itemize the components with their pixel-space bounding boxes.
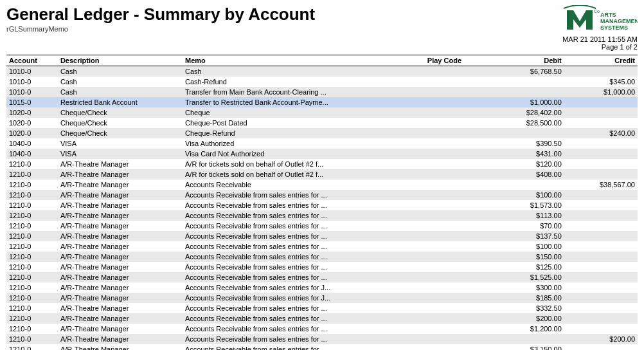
cell-debit: $1,200.00	[491, 324, 564, 334]
cell-account: 1020-0	[6, 128, 58, 138]
cell-debit: $6,768.50	[491, 66, 564, 77]
cell-credit	[564, 149, 638, 159]
cell-play-code	[425, 107, 491, 118]
cell-credit: $200.00	[564, 334, 638, 344]
cell-credit	[564, 272, 638, 282]
cell-memo: Accounts Receivable from sales entries f…	[183, 303, 425, 313]
cell-memo: Accounts Receivable from sales entries f…	[183, 344, 425, 351]
cell-description: VISA	[58, 138, 183, 149]
cell-account: 1210-0	[6, 324, 58, 334]
cell-debit: $150.00	[491, 252, 564, 262]
cell-description: A/R-Theatre Manager	[58, 303, 183, 313]
cell-description: A/R-Theatre Manager	[58, 262, 183, 272]
cell-memo: Accounts Receivable	[183, 180, 425, 190]
cell-account: 1020-0	[6, 118, 58, 128]
cell-description: Cheque/Check	[58, 118, 183, 128]
cell-credit	[564, 221, 638, 231]
cell-account: 1210-0	[6, 344, 58, 351]
report-date: MAR 21 2011 11:55 AM	[562, 35, 638, 43]
company-logo: ARTS MANAGEMENT SYSTEMS Co	[560, 5, 638, 34]
cell-debit: $1,000.00	[491, 97, 564, 107]
table-row: 1010-0CashCash$6,768.50	[6, 66, 638, 77]
cell-credit	[564, 231, 638, 241]
cell-account: 1040-0	[6, 138, 58, 149]
cell-description: A/R-Theatre Manager	[58, 169, 183, 180]
cell-play-code	[425, 210, 491, 221]
cell-debit	[491, 180, 564, 190]
cell-debit: $1,525.00	[491, 272, 564, 282]
cell-play-code	[425, 282, 491, 293]
cell-memo: Accounts Receivable from sales entries f…	[183, 190, 425, 200]
cell-description: A/R-Theatre Manager	[58, 293, 183, 303]
table-row: 1210-0A/R-Theatre ManagerAccounts Receiv…	[6, 231, 638, 241]
svg-text:MANAGEMENT: MANAGEMENT	[600, 18, 638, 24]
svg-text:Co: Co	[594, 9, 600, 14]
table-row: 1210-0A/R-Theatre ManagerAccounts Receiv…	[6, 313, 638, 324]
cell-memo: Accounts Receivable from sales entries f…	[183, 262, 425, 272]
svg-text:ARTS: ARTS	[600, 12, 616, 18]
cell-play-code	[425, 231, 491, 241]
cell-credit	[564, 324, 638, 334]
cell-credit	[564, 282, 638, 293]
cell-account: 1210-0	[6, 159, 58, 169]
cell-description: VISA	[58, 149, 183, 159]
cell-credit	[564, 241, 638, 252]
cell-play-code	[425, 313, 491, 324]
cell-account: 1210-0	[6, 221, 58, 231]
cell-credit	[564, 344, 638, 351]
col-header-debit: Debit	[491, 55, 564, 66]
cell-credit	[564, 313, 638, 324]
cell-play-code	[425, 87, 491, 97]
table-row: 1210-0A/R-Theatre ManagerAccounts Receiv…	[6, 282, 638, 293]
cell-play-code	[425, 262, 491, 272]
cell-account: 1210-0	[6, 200, 58, 210]
cell-play-code	[425, 324, 491, 334]
cell-credit	[564, 97, 638, 107]
cell-debit: $113.00	[491, 210, 564, 221]
cell-debit: $1,573.00	[491, 200, 564, 210]
page-header: General Ledger - Summary by Account rGLS…	[0, 0, 644, 52]
table-row: 1020-0Cheque/CheckCheque-Post Dated$28,5…	[6, 118, 638, 128]
table-row: 1210-0A/R-Theatre ManagerAccounts Receiv…	[6, 303, 638, 313]
cell-account: 1210-0	[6, 210, 58, 221]
cell-account: 1210-0	[6, 262, 58, 272]
cell-memo: Accounts Receivable from sales entries f…	[183, 282, 425, 293]
table-row: 1210-0A/R-Theatre ManagerAccounts Receiv…	[6, 272, 638, 282]
table-row: 1010-0CashCash-Refund$345.00	[6, 77, 638, 87]
cell-credit: $1,000.00	[564, 87, 638, 97]
cell-debit: $120.00	[491, 159, 564, 169]
cell-memo: Accounts Receivable from sales entries f…	[183, 241, 425, 252]
table-row: 1040-0VISAVisa Card Not Authorized$431.0…	[6, 149, 638, 159]
cell-description: A/R-Theatre Manager	[58, 313, 183, 324]
table-row: 1210-0A/R-Theatre ManagerAccounts Receiv…	[6, 241, 638, 252]
cell-description: A/R-Theatre Manager	[58, 334, 183, 344]
cell-memo: Accounts Receivable from sales entries f…	[183, 221, 425, 231]
cell-description: A/R-Theatre Manager	[58, 282, 183, 293]
cell-description: Cheque/Check	[58, 107, 183, 118]
cell-account: 1015-0	[6, 97, 58, 107]
cell-description: A/R-Theatre Manager	[58, 272, 183, 282]
cell-memo: Accounts Receivable from sales entries f…	[183, 231, 425, 241]
table-header-row: Account Description Memo Play Code Debit…	[6, 55, 638, 66]
col-header-memo: Memo	[183, 55, 425, 66]
cell-memo: Cheque-Post Dated	[183, 118, 425, 128]
cell-memo: Accounts Receivable from sales entries f…	[183, 252, 425, 262]
cell-credit	[564, 107, 638, 118]
cell-credit	[564, 200, 638, 210]
cell-play-code	[425, 272, 491, 282]
cell-account: 1210-0	[6, 293, 58, 303]
col-header-credit: Credit	[564, 55, 638, 66]
table-row: 1210-0A/R-Theatre ManagerAccounts Receiv…	[6, 190, 638, 200]
title-section: General Ledger - Summary by Account rGLS…	[6, 5, 315, 33]
cell-description: Cheque/Check	[58, 128, 183, 138]
cell-credit: $240.00	[564, 128, 638, 138]
cell-memo: Accounts Receivable from sales entries f…	[183, 313, 425, 324]
cell-description: A/R-Theatre Manager	[58, 324, 183, 334]
table-row: 1210-0A/R-Theatre ManagerAccounts Receiv…	[6, 324, 638, 334]
cell-description: A/R-Theatre Manager	[58, 210, 183, 221]
cell-credit	[564, 118, 638, 128]
cell-description: Cash	[58, 87, 183, 97]
svg-text:SYSTEMS: SYSTEMS	[600, 24, 628, 31]
cell-debit: $28,500.00	[491, 118, 564, 128]
cell-account: 1040-0	[6, 149, 58, 159]
